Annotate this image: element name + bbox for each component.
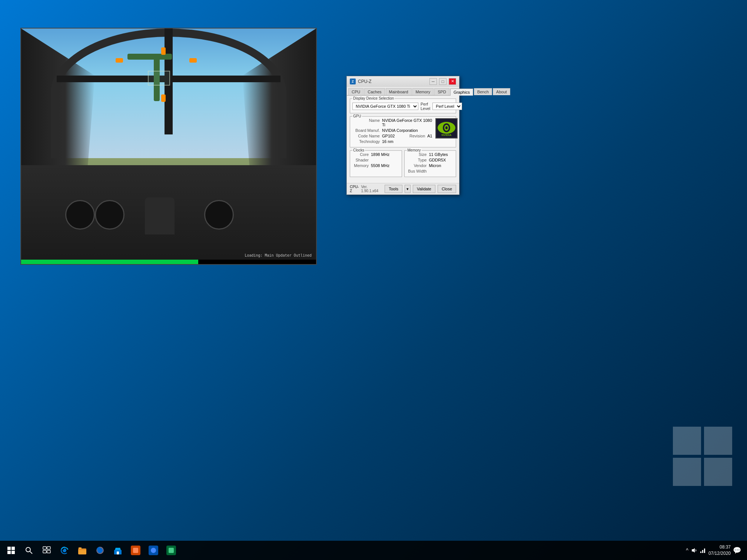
search-button[interactable] [21, 542, 37, 559]
tab-memory[interactable]: Memory [412, 88, 434, 95]
gpu-section-title: GPU [352, 114, 362, 118]
clocks-core-value: 1898 MHz [371, 152, 389, 157]
cpuz-content: Display Device Selection NVIDIA GeForce … [347, 96, 459, 183]
gpu-name-label: Name [352, 118, 382, 123]
volume-icon[interactable] [691, 547, 697, 554]
app6-button[interactable] [127, 542, 144, 559]
clocks-title: Clocks [352, 148, 365, 152]
tab-bench[interactable]: Bench [474, 88, 492, 95]
cpuz-app-label: CPU-Z [350, 185, 359, 193]
game-content: Loading: Main Updater Outlined [21, 29, 316, 264]
svg-point-5 [26, 547, 30, 552]
svg-point-3 [445, 126, 448, 129]
mem-size-value: 11 GBytes [429, 152, 448, 157]
mem-vendor-row: Vendor Micron [407, 163, 454, 168]
game-progress-bar [21, 260, 198, 264]
clocks-core-label: Core [352, 152, 371, 157]
clocks-shader-row: Shader [352, 158, 399, 162]
tab-spd[interactable]: SPD [434, 88, 449, 95]
app8-button[interactable] [163, 542, 179, 559]
tab-cpu[interactable]: CPU [348, 88, 363, 95]
mem-vendor-value: Micron [429, 163, 441, 168]
gpu-board-label: Board Manuf. [352, 128, 382, 133]
gunsight [148, 71, 170, 86]
tab-caches[interactable]: Caches [364, 88, 385, 95]
network-icon[interactable] [700, 547, 706, 554]
gpu-name-row: Name NVIDIA GeForce GTX 1080 Ti [352, 118, 432, 127]
tab-about[interactable]: About [493, 88, 510, 95]
mem-type-label: Type [407, 158, 429, 162]
gpu-revision-value: A1 [427, 134, 432, 138]
gpu-info: Name NVIDIA GeForce GTX 1080 Ti Board Ma… [352, 118, 432, 145]
game-overlay-text: Loading: Main Updater Outlined [245, 253, 312, 257]
taskbar-time[interactable]: 08:37 07/12/2020 [708, 544, 731, 557]
svg-point-14 [98, 549, 102, 552]
tools-dropdown-arrow[interactable]: ▾ [405, 185, 411, 193]
mem-buswidth-row: Bus Width [407, 169, 454, 173]
mem-size-row: Size 11 GBytes [407, 152, 454, 157]
firefox-icon [95, 546, 105, 555]
mem-vendor-label: Vendor [407, 163, 429, 168]
minimize-button[interactable]: ─ [429, 78, 437, 85]
instrument-panel [21, 165, 316, 264]
clocks-memory-row: Memory 5508 MHz [352, 163, 399, 168]
tab-mainboard[interactable]: Mainboard [386, 88, 412, 95]
task-view-icon [42, 546, 51, 555]
display-device-title: Display Device Selection [352, 96, 395, 100]
tab-graphics[interactable]: Graphics [450, 89, 473, 96]
gpu-tech-value: 16 nm [382, 139, 394, 144]
edge-button[interactable] [56, 542, 73, 559]
gpu-board-value: NVIDIA Corporation [382, 128, 418, 133]
cpuz-titlebar: Z CPU-Z ─ □ ✕ [347, 76, 459, 87]
windows-watermark [673, 427, 732, 486]
perf-level-label: Perf Level [421, 102, 430, 111]
cpuz-tab-bar: CPU Caches Mainboard Memory SPD Graphics… [347, 87, 459, 96]
game-bottom-bar [21, 260, 316, 264]
mem-size-label: Size [407, 152, 429, 157]
store-button[interactable] [110, 542, 126, 559]
cpuz-window[interactable]: Z CPU-Z ─ □ ✕ CPU Caches Mainboard Memor… [346, 76, 459, 195]
memory-title: Memory [407, 148, 422, 152]
gpu-tech-label: Technology [352, 139, 382, 144]
nvidia-eye-icon: NVIDIA [437, 120, 456, 137]
nvidia-logo-box: NVIDIA [435, 118, 458, 139]
svg-rect-8 [47, 547, 50, 549]
start-button[interactable] [3, 542, 19, 559]
explorer-button[interactable] [74, 542, 90, 559]
task-view-button[interactable] [39, 542, 55, 559]
altimeter [95, 200, 124, 230]
app7-icon [149, 546, 158, 555]
maximize-button[interactable]: □ [439, 78, 446, 85]
game-window[interactable]: Loading: Main Updater Outlined [20, 28, 317, 265]
cpuz-title: CPU-Z [358, 79, 427, 84]
firefox-button[interactable] [92, 542, 108, 559]
airspeed-indicator [65, 200, 95, 230]
device-select[interactable]: NVIDIA GeForce GTX 1080 Ti [352, 103, 418, 110]
svg-rect-16 [117, 551, 119, 554]
mem-buswidth-label: Bus Width [407, 169, 429, 173]
app6-icon [131, 546, 140, 555]
app7-button[interactable] [145, 542, 162, 559]
compass [204, 200, 234, 230]
close-button[interactable]: ✕ [449, 78, 456, 85]
taskbar: ^ 08:37 07/12/2020 💬 [0, 541, 747, 560]
close-app-button[interactable]: Close [438, 185, 456, 193]
prop-tip-top [161, 47, 166, 55]
clocks-memory-label: Memory [352, 163, 371, 168]
device-selection-row: NVIDIA GeForce GTX 1080 Ti Perf Level Pe… [352, 102, 454, 111]
tools-button[interactable]: Tools [385, 185, 402, 193]
prop-tip-bottom [161, 94, 166, 102]
gpu-name-value: NVIDIA GeForce GTX 1080 Ti [382, 118, 432, 127]
clocks-memory-row: Clocks Core 1898 MHz Shader Memory 5508 … [350, 150, 456, 177]
prop-tip-right [189, 58, 197, 63]
control-column [145, 197, 175, 234]
validate-button[interactable]: Validate [413, 185, 435, 193]
perf-level-select[interactable]: Perf Level 0 [432, 103, 462, 110]
taskbar-tray: ^ 08:37 07/12/2020 💬 [686, 544, 744, 557]
clocks-memory-value: 5508 MHz [371, 163, 389, 168]
search-icon [25, 547, 33, 554]
notification-icon[interactable]: 💬 [733, 546, 741, 554]
tray-up-icon[interactable]: ^ [686, 547, 688, 553]
gpu-codename-value: GP102 [382, 134, 395, 138]
memory-section: Memory Size 11 GBytes Type GDDR5X Vendor… [404, 150, 456, 177]
